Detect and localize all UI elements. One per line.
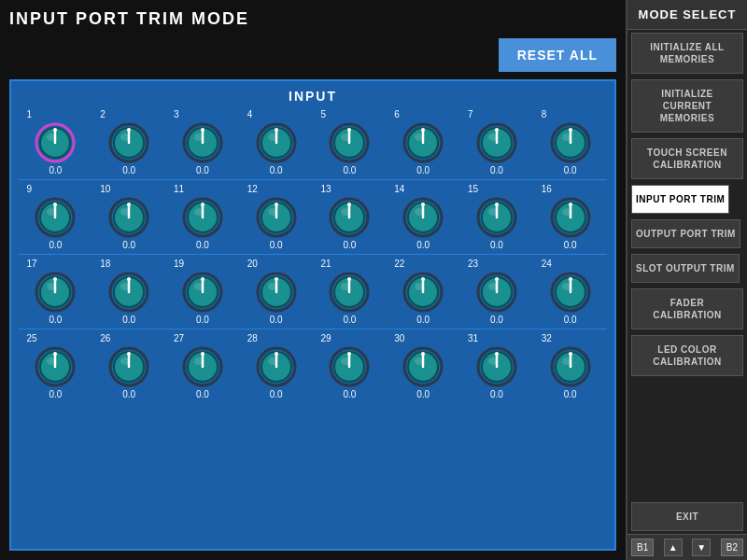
knob-cell-24[interactable]: 240.0 (538, 259, 603, 325)
knob-svg-5 (329, 122, 370, 163)
knob-cell-21[interactable]: 210.0 (317, 259, 382, 325)
knob-cell-16[interactable]: 160.0 (538, 184, 603, 250)
knob-value-1: 0.0 (49, 165, 62, 175)
knob-number-6: 6 (394, 109, 400, 119)
knob-cell-12[interactable]: 120.0 (244, 184, 309, 250)
knob-number-16: 16 (542, 184, 552, 194)
svg-point-44 (53, 203, 57, 206)
knob-number-21: 21 (320, 259, 331, 269)
arrow-down-button[interactable]: ▼ (692, 539, 711, 556)
knob-cell-17[interactable]: 170.0 (22, 259, 88, 325)
knob-cell-15[interactable]: 150.0 (464, 184, 529, 250)
knob-cell-6[interactable]: 60.0 (390, 109, 456, 175)
knob-cell-13[interactable]: 130.0 (317, 184, 382, 250)
exit-button[interactable]: EXIT (631, 502, 743, 531)
sidebar-btn-fader-calibration[interactable]: FADER CALIBRATION (631, 288, 743, 329)
knob-cell-10[interactable]: 100.0 (96, 184, 162, 250)
knob-cell-31[interactable]: 310.0 (464, 333, 529, 399)
knob-value-26: 0.0 (122, 389, 135, 399)
knob-svg-25 (35, 346, 76, 387)
svg-point-149 (421, 352, 425, 356)
knob-svg-8 (550, 122, 591, 163)
knob-cell-9[interactable]: 90.0 (22, 184, 88, 250)
knob-number-18: 18 (100, 259, 110, 269)
sidebar-btn-led-color[interactable]: LED COLOR CALIBRATION (631, 335, 743, 376)
knob-value-18: 0.0 (122, 315, 135, 325)
svg-point-69 (421, 203, 425, 206)
knob-cell-4[interactable]: 40.0 (244, 109, 309, 175)
knob-cell-32[interactable]: 320.0 (538, 333, 603, 399)
knob-svg-1 (35, 122, 76, 163)
knob-value-29: 0.0 (343, 389, 356, 399)
knob-value-5: 0.0 (343, 165, 356, 175)
knob-number-31: 31 (468, 333, 478, 343)
knob-cell-25[interactable]: 250.0 (22, 333, 88, 399)
knob-number-12: 12 (247, 184, 258, 194)
knob-number-17: 17 (26, 259, 36, 269)
reset-all-button[interactable]: RESET ALL (499, 38, 616, 72)
knob-value-9: 0.0 (49, 240, 62, 250)
knob-number-1: 1 (26, 109, 32, 119)
svg-point-129 (127, 352, 131, 356)
knob-svg-2 (108, 122, 149, 163)
knob-value-25: 0.0 (49, 389, 62, 399)
sidebar-btn-initialize-all[interactable]: INITIALIZE ALL MEMORIES (631, 33, 743, 74)
b1-button[interactable]: B1 (631, 539, 654, 556)
svg-point-124 (53, 352, 57, 356)
knob-cell-1[interactable]: 10.0 (22, 109, 88, 175)
knob-cell-7[interactable]: 70.0 (464, 109, 529, 175)
sidebar-bottom: B1 ▲ ▼ B2 (627, 534, 747, 560)
knob-cell-22[interactable]: 220.0 (390, 259, 456, 325)
knob-number-20: 20 (247, 259, 258, 269)
knob-cell-8[interactable]: 80.0 (538, 109, 603, 175)
knob-svg-27 (182, 346, 223, 387)
knob-cell-26[interactable]: 260.0 (96, 333, 162, 399)
svg-point-54 (201, 203, 204, 206)
knob-svg-30 (402, 346, 444, 387)
svg-point-19 (275, 128, 278, 132)
knob-svg-24 (550, 272, 591, 313)
b2-button[interactable]: B2 (721, 539, 743, 556)
sidebar-btn-slot-output-trim[interactable]: SLOT OUTPUT TRIM (631, 254, 740, 283)
sidebar-buttons: INITIALIZE ALL MEMORIESINITIALIZE CURREN… (627, 30, 747, 379)
knob-cell-28[interactable]: 280.0 (244, 333, 309, 399)
knob-cell-19[interactable]: 190.0 (170, 259, 235, 325)
svg-point-74 (495, 203, 499, 206)
knob-value-8: 0.0 (564, 165, 577, 175)
svg-point-4 (53, 128, 57, 132)
knob-svg-22 (402, 272, 444, 313)
sidebar-btn-output-port-trim[interactable]: OUTPUT PORT TRIM (631, 219, 740, 248)
knob-number-19: 19 (174, 259, 184, 269)
svg-point-139 (275, 352, 278, 356)
knob-cell-5[interactable]: 50.0 (317, 109, 382, 175)
knob-svg-12 (256, 197, 297, 238)
knob-cell-14[interactable]: 140.0 (390, 184, 456, 250)
knob-cell-3[interactable]: 30.0 (170, 109, 235, 175)
svg-point-154 (495, 352, 499, 356)
sidebar-btn-initialize-current[interactable]: INITIALIZE CURRENT MEMORIES (631, 79, 743, 133)
knob-svg-20 (256, 272, 297, 313)
svg-point-9 (127, 128, 131, 132)
knob-value-24: 0.0 (564, 315, 577, 325)
knob-cell-18[interactable]: 180.0 (96, 259, 162, 325)
knob-value-7: 0.0 (490, 165, 503, 175)
knob-cell-27[interactable]: 270.0 (170, 333, 235, 399)
knob-number-4: 4 (247, 109, 253, 119)
knob-value-4: 0.0 (270, 165, 283, 175)
knob-cell-11[interactable]: 110.0 (170, 184, 235, 250)
svg-point-119 (569, 277, 572, 281)
knob-value-10: 0.0 (122, 240, 135, 250)
sidebar-btn-input-port-trim[interactable]: INPUT PORT TRIM (631, 185, 729, 214)
knob-cell-30[interactable]: 300.0 (390, 333, 456, 399)
knob-value-3: 0.0 (196, 165, 209, 175)
knob-cell-20[interactable]: 200.0 (244, 259, 309, 325)
knob-svg-29 (329, 346, 370, 387)
knob-number-27: 27 (174, 333, 184, 343)
knob-svg-7 (476, 122, 517, 163)
svg-point-79 (569, 203, 572, 206)
sidebar-btn-touch-screen[interactable]: TOUCH SCREEN CALIBRATION (631, 138, 743, 179)
knob-cell-29[interactable]: 290.0 (317, 333, 382, 399)
knob-cell-23[interactable]: 230.0 (464, 259, 529, 325)
knob-cell-2[interactable]: 20.0 (96, 109, 162, 175)
arrow-up-button[interactable]: ▲ (664, 539, 683, 556)
